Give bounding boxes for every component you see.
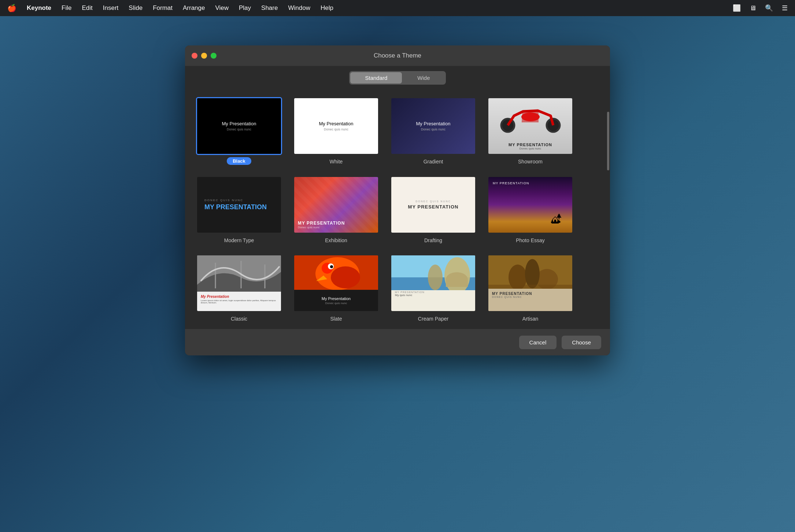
slate-title: My Presentation [322, 296, 351, 301]
menubar-format[interactable]: Format [153, 4, 173, 12]
apple-menu[interactable]: 🍎 [7, 4, 16, 12]
modal-bottom-bar: Cancel Choose [185, 329, 610, 355]
theme-thumbnail-drafting: DONEC QUIS NUNC MY PRESENTATION [390, 176, 476, 234]
theme-item-black[interactable]: My Presentation Donec quis nunc Black [196, 97, 282, 165]
svg-point-10 [331, 266, 360, 288]
desktop: Choose a Theme Standard Wide My Presenta… [0, 16, 795, 532]
theme-item-exhibition[interactable]: MY PRESENTATION Donec quis nunc Exhibiti… [293, 176, 379, 243]
modern-subtitle: DONEC QUIS NUNC [204, 199, 274, 202]
theme-thumbnail-cream: MY PRESENTATION My quis nunc [390, 254, 476, 312]
theme-item-slate[interactable]: My Presentation Donec quis nunc Slate [293, 254, 379, 322]
menubar-help[interactable]: Help [321, 4, 333, 12]
theme-badge-black: Black [227, 157, 251, 165]
theme-label-showroom: Showroom [518, 159, 543, 165]
modal-titlebar: Choose a Theme [185, 45, 610, 66]
menubar: 🍎 Keynote File Edit Insert Slide Format … [0, 0, 795, 16]
artisan-subtitle: DONEC QUIS NUNC [492, 296, 569, 298]
theme-thumbnail-artisan: MY PRESENTATION DONEC QUIS NUNC [487, 254, 573, 312]
svg-point-16 [428, 265, 443, 290]
menubar-window[interactable]: Window [288, 4, 310, 12]
cancel-button[interactable]: Cancel [519, 336, 557, 349]
menubar-slide[interactable]: Slide [129, 4, 143, 12]
theme-thumbnail-black: My Presentation Donec quis nunc [196, 97, 282, 155]
theme-label-artisan: Artisan [522, 316, 539, 322]
airplay-icon[interactable]: ⬜ [733, 4, 741, 12]
list-icon[interactable]: ☰ [782, 4, 788, 12]
theme-white-title: My Presentation [319, 121, 354, 126]
slate-text-area: My Presentation Donec quis nunc [294, 290, 378, 311]
choose-theme-dialog: Choose a Theme Standard Wide My Presenta… [185, 45, 610, 355]
choose-button[interactable]: Choose [562, 336, 601, 349]
menubar-edit[interactable]: Edit [82, 4, 92, 12]
theme-label-gradient: Gradient [424, 159, 443, 165]
maximize-button[interactable] [211, 53, 217, 59]
menubar-insert[interactable]: Insert [103, 4, 119, 12]
theme-item-artisan[interactable]: MY PRESENTATION DONEC QUIS NUNC Artisan [487, 254, 573, 322]
cream-sea-image [391, 255, 475, 289]
theme-item-showroom[interactable]: MY PRESENTATION Donec quis nunc Showroom [487, 97, 573, 165]
showroom-subtitle: Donec quis nunc [519, 147, 541, 150]
wide-button[interactable]: Wide [403, 72, 444, 84]
theme-thumbnail-gradient: My Presentation Donec quis nunc [390, 97, 476, 155]
drafting-subtitle: DONEC QUIS NUNC [415, 200, 451, 203]
menubar-file[interactable]: File [62, 4, 71, 12]
menubar-play[interactable]: Play [239, 4, 251, 12]
modal-title: Choose a Theme [374, 52, 421, 59]
exhibition-title: MY PRESENTATION [298, 221, 374, 226]
artisan-title: MY PRESENTATION [492, 292, 569, 296]
theme-thumbnail-photoessay: MY PRESENTATION [487, 176, 573, 234]
exhibition-subtitle: Donec quis nunc [298, 226, 374, 229]
menubar-share[interactable]: Share [261, 4, 278, 12]
search-icon[interactable]: 🔍 [765, 4, 773, 12]
minimize-button[interactable] [201, 53, 207, 59]
close-button[interactable] [192, 53, 197, 59]
svg-point-20 [525, 259, 540, 288]
artisan-text-area: MY PRESENTATION DONEC QUIS NUNC [488, 289, 572, 311]
menubar-keynote[interactable]: Keynote [27, 4, 51, 12]
theme-label-cream: Cream Paper [418, 316, 448, 322]
showroom-moto [488, 101, 572, 136]
theme-label-drafting: Drafting [424, 237, 442, 243]
scrollbar-thumb[interactable] [607, 112, 609, 170]
cream-rock [446, 272, 468, 287]
theme-item-modern-type[interactable]: DONEC QUIS NUNC MY PRESENTATION Modern T… [196, 176, 282, 243]
svg-point-2 [521, 112, 540, 121]
scrollbar-track [606, 90, 610, 329]
themes-grid: My Presentation Donec quis nunc Black My… [185, 90, 610, 329]
theme-thumbnail-modern: DONEC QUIS NUNC MY PRESENTATION [196, 176, 282, 234]
theme-item-cream-paper[interactable]: MY PRESENTATION My quis nunc Cream Paper [390, 254, 476, 322]
theme-thumbnail-classic: My Presentation Lorem ipsum dolor sit am… [196, 254, 282, 312]
theme-black-title: My Presentation [222, 121, 256, 126]
showroom-title: MY PRESENTATION [509, 143, 552, 147]
slate-subtitle: Donec quis nunc [325, 302, 347, 305]
theme-label-classic: Classic [231, 316, 247, 322]
window-controls [192, 53, 217, 59]
svg-point-12 [330, 265, 333, 268]
theme-label-photo-essay: Photo Essay [516, 237, 545, 243]
theme-label-white: White [330, 159, 343, 165]
screen-icon[interactable]: 🖥 [750, 4, 756, 12]
theme-item-classic[interactable]: My Presentation Lorem ipsum dolor sit am… [196, 254, 282, 322]
theme-item-photo-essay[interactable]: MY PRESENTATION Photo Essay [487, 176, 573, 243]
menubar-arrange[interactable]: Arrange [183, 4, 205, 12]
classic-title: My Presentation [201, 295, 277, 299]
theme-label-slate: Slate [330, 316, 342, 322]
theme-white-subtitle: Donec quis nunc [324, 128, 348, 131]
modern-title: MY PRESENTATION [204, 203, 274, 211]
theme-thumbnail-slate: My Presentation Donec quis nunc [293, 254, 379, 312]
standard-button[interactable]: Standard [350, 72, 402, 84]
menubar-right-icons: ⬜ 🖥 🔍 ☰ [733, 4, 788, 12]
theme-item-drafting[interactable]: DONEC QUIS NUNC MY PRESENTATION Drafting [390, 176, 476, 243]
cream-text-area: MY PRESENTATION My quis nunc [391, 289, 475, 299]
classic-bridge-image [197, 255, 281, 292]
classic-subtitle: Lorem ipsum dolor sit amet, Iugin suspen… [201, 299, 277, 304]
theme-gradient-subtitle: Donec quis nunc [421, 128, 445, 131]
theme-thumbnail-showroom: MY PRESENTATION Donec quis nunc [487, 97, 573, 155]
photoessay-subtitle: MY PRESENTATION [493, 181, 568, 185]
theme-thumbnail-exhibition: MY PRESENTATION Donec quis nunc [293, 176, 379, 234]
theme-item-gradient[interactable]: My Presentation Donec quis nunc Gradient [390, 97, 476, 165]
theme-item-white[interactable]: My Presentation Donec quis nunc White [293, 97, 379, 165]
drafting-title: MY PRESENTATION [408, 204, 459, 210]
theme-label-modern: Modern Type [224, 237, 254, 243]
menubar-view[interactable]: View [215, 4, 229, 12]
